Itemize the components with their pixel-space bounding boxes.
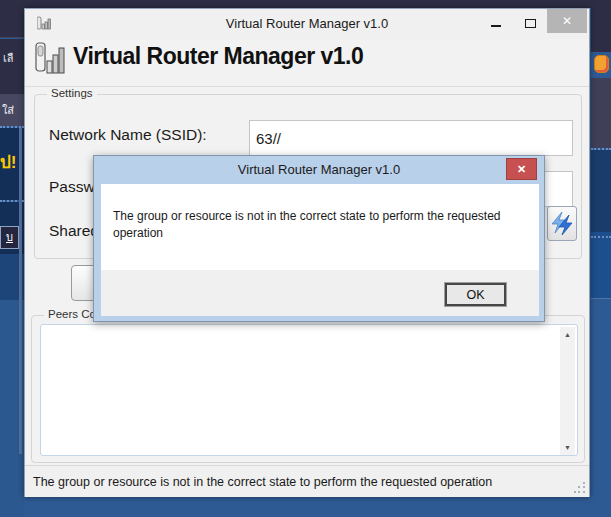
background-section (591, 150, 611, 232)
dotted-divider (591, 236, 611, 238)
close-icon: ✕ (517, 163, 526, 176)
refresh-connections-button[interactable] (547, 206, 577, 241)
dialog-message: The group or resource is not in the corr… (101, 184, 539, 242)
settings-group-label: Settings (47, 87, 97, 99)
peers-connected-group: Peers Connected ▲ ▼ (31, 315, 585, 463)
background-section (591, 298, 611, 517)
scroll-up-icon[interactable]: ▲ (560, 327, 575, 342)
minimize-icon (491, 25, 501, 27)
maximize-button[interactable] (513, 9, 547, 35)
ssid-label: Network Name (SSID): (49, 126, 207, 144)
header-divider (25, 86, 589, 87)
error-dialog: Virtual Router Manager v1.0 ✕ The group … (93, 155, 545, 322)
ok-button[interactable]: OK (445, 283, 506, 306)
peers-list-scrollbar[interactable]: ▲ ▼ (560, 327, 575, 455)
background-thai-text: เลื (0, 39, 24, 94)
app-header-title: Virtual Router Manager v1.0 (73, 43, 363, 70)
background-section (591, 232, 611, 298)
star-icon (594, 55, 609, 73)
background-link: บ (0, 226, 19, 249)
background-section (591, 78, 611, 148)
maximize-icon (525, 19, 536, 28)
background-scrollbar (19, 128, 22, 454)
background-window-left: เลื ใส่ ป! บ (0, 0, 24, 517)
background-window-top (24, 0, 591, 8)
resize-grip[interactable] (574, 482, 586, 494)
close-button[interactable]: ✕ (547, 9, 587, 33)
dialog-close-button[interactable]: ✕ (506, 158, 537, 180)
app-logo-icon (35, 41, 67, 79)
dialog-body: The group or resource is not in the corr… (101, 184, 539, 316)
background-section (0, 0, 24, 38)
background-section (591, 0, 611, 52)
background-window-right (591, 0, 611, 517)
ok-button-label: OK (466, 288, 484, 302)
minimize-button[interactable] (479, 9, 513, 35)
status-bar: The group or resource is not in the corr… (25, 465, 589, 497)
dialog-footer: OK (101, 270, 539, 316)
close-icon: ✕ (562, 14, 572, 28)
status-text: The group or resource is not in the corr… (33, 475, 492, 489)
dialog-title: Virtual Router Manager v1.0 (94, 156, 544, 184)
window-titlebar[interactable]: Virtual Router Manager v1.0 ✕ (25, 9, 589, 39)
ssid-input[interactable] (249, 120, 573, 156)
scroll-down-icon[interactable]: ▼ (560, 440, 575, 455)
background-yellow-text: ป! (0, 148, 16, 175)
peers-list[interactable]: ▲ ▼ (40, 324, 578, 456)
background-thai-text: ใส่ (0, 94, 24, 126)
refresh-icon (551, 209, 573, 239)
